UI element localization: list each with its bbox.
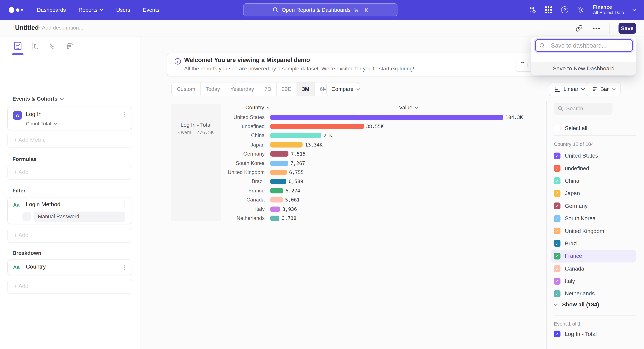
bar[interactable] (270, 206, 280, 212)
tab-flows[interactable] (48, 39, 58, 52)
mixpanel-logo-icon[interactable] (9, 7, 23, 13)
add-metric-button[interactable]: + Add Metric (8, 133, 132, 147)
date-range-option[interactable]: Today (200, 82, 225, 96)
retention-dots-icon (66, 42, 74, 50)
bar[interactable] (270, 160, 288, 166)
legend-checkbox[interactable]: ✓ (554, 178, 560, 184)
nav-item-users[interactable]: Users (116, 7, 130, 13)
legend-checkbox[interactable]: ✓ (554, 331, 560, 337)
legend-item[interactable]: ✓ South Korea (551, 212, 636, 225)
legend-checkbox[interactable]: ✓ (554, 228, 560, 234)
metric-event-name[interactable]: Log In (26, 111, 42, 118)
save-to-new-dashboard-button[interactable]: Save to New Dashboard (531, 62, 636, 75)
legend-item[interactable]: ✓ Japan (551, 187, 636, 200)
legend-checkbox[interactable]: ✓ (554, 253, 560, 260)
kebab-menu-icon[interactable]: ⋮ (122, 264, 128, 270)
nav-item-events[interactable]: Events (143, 7, 159, 13)
metric-aggregation[interactable]: Count Total (26, 121, 57, 126)
bar[interactable] (270, 188, 283, 193)
legend-item[interactable]: ✓ Canada (551, 262, 636, 275)
date-range-option[interactable]: Custom (172, 82, 200, 96)
chevron-down-icon[interactable] (632, 8, 636, 11)
scale-dropdown[interactable]: Linear (549, 82, 590, 96)
data-management-icon[interactable] (528, 6, 537, 14)
help-icon[interactable]: ? (561, 6, 569, 14)
linear-axis-icon (554, 86, 560, 92)
bar[interactable] (270, 124, 364, 129)
copy-link-icon[interactable] (574, 24, 583, 33)
filter-property-name[interactable]: Login Method (26, 201, 60, 208)
select-all-checkbox[interactable] (554, 125, 560, 131)
breakdown-card[interactable]: Aa Country ⋮ (8, 260, 132, 275)
bar[interactable] (270, 133, 321, 138)
legend-item[interactable]: ✓ Netherlands (551, 288, 636, 300)
legend-item[interactable]: ✓ United States (551, 150, 636, 162)
date-range-option[interactable]: 3M (296, 82, 314, 96)
legend-item[interactable]: ✓ Italy (551, 275, 636, 288)
bar[interactable] (270, 114, 503, 120)
country-column-header[interactable]: Country (245, 105, 270, 111)
save-to-dashboard-popup: Save to dashboard... Save to New Dashboa… (531, 36, 636, 75)
report-title[interactable]: Untitled (15, 24, 39, 31)
add-breakdown-button[interactable]: + Add (8, 279, 132, 294)
tab-funnels[interactable] (30, 39, 40, 52)
bar-track: 6,755 (270, 170, 523, 175)
project-switcher[interactable]: Finance All Project Data (593, 4, 624, 16)
breakdown-property-name[interactable]: Country (26, 264, 46, 270)
bar-category-label: France (221, 188, 270, 194)
chart-type-dropdown[interactable]: Bar (586, 82, 620, 96)
legend-item[interactable]: ✓ undefined (551, 162, 636, 175)
kebab-menu-icon[interactable]: ⋮ (122, 202, 128, 208)
legend-label: undefined (565, 165, 589, 171)
legend-checkbox[interactable]: ✓ (554, 165, 560, 172)
metric-card[interactable]: A Log In ⋮ Count Total (8, 107, 132, 130)
save-to-dashboard-input[interactable]: Save to dashboard... (535, 39, 633, 52)
bar[interactable] (270, 142, 303, 147)
bar[interactable] (270, 170, 287, 175)
legend-checkbox[interactable]: ✓ (554, 240, 560, 247)
filter-operator[interactable]: = (22, 212, 31, 221)
kebab-menu-icon[interactable]: ⋮ (122, 112, 128, 118)
tab-insights[interactable] (13, 39, 23, 52)
settings-gear-icon[interactable] (577, 6, 585, 14)
legend-item[interactable]: ✓ United Kingdom (551, 225, 636, 237)
event-legend-item[interactable]: ✓ Log In - Total (554, 331, 597, 337)
legend-checkbox[interactable]: ✓ (554, 278, 560, 285)
legend-checkbox[interactable]: ✓ (554, 215, 560, 222)
add-description-button[interactable]: + Add description... (38, 25, 83, 31)
tab-retention[interactable] (65, 39, 75, 52)
legend-item[interactable]: ✓ Germany (551, 200, 636, 212)
show-all-toggle[interactable]: Show all (184) (554, 301, 599, 308)
nav-item-reports[interactable]: Reports (79, 7, 104, 13)
bar[interactable] (270, 179, 286, 184)
legend-checkbox[interactable]: ✓ (554, 290, 560, 297)
save-button[interactable]: Save (618, 23, 636, 34)
legend-checkbox[interactable]: ✓ (554, 203, 560, 209)
bar[interactable] (270, 151, 288, 157)
legend-search-input[interactable]: Search (554, 103, 612, 115)
select-all-row[interactable]: Select all (554, 125, 587, 131)
nav-item-dashboards[interactable]: Dashboards (37, 7, 66, 13)
add-filter-button[interactable]: + Add (8, 228, 132, 243)
date-range-option[interactable]: 7D (259, 82, 276, 96)
legend-item[interactable]: ✓ France (551, 250, 636, 262)
bar-category-label: Japan (221, 142, 270, 148)
legend-checkbox[interactable]: ✓ (554, 190, 560, 197)
global-search-input[interactable]: Open Reports & Dashboards ⌘ + K (243, 3, 398, 16)
legend-item[interactable]: ✓ Brazil (551, 237, 636, 250)
bar[interactable] (270, 216, 280, 221)
date-range-option[interactable]: 30D (276, 82, 297, 96)
value-column-header[interactable]: Value (399, 105, 418, 111)
legend-item[interactable]: ✓ China (551, 175, 636, 187)
legend-checkbox[interactable]: ✓ (554, 265, 560, 272)
date-range-option[interactable]: Yesterday (225, 82, 259, 96)
filter-value[interactable]: Manual Password (34, 212, 125, 222)
events-cohorts-section-label[interactable]: Events & Cohorts (12, 96, 64, 102)
compare-button[interactable]: Compare (326, 82, 359, 96)
more-options-icon[interactable] (592, 24, 601, 33)
bar[interactable] (270, 197, 283, 203)
filter-card[interactable]: Aa Login Method ⋮ = Manual Password (8, 197, 132, 224)
legend-checkbox[interactable]: ✓ (554, 152, 560, 159)
add-formula-button[interactable]: + Add (8, 165, 132, 180)
apps-grid-icon[interactable] (545, 6, 553, 14)
